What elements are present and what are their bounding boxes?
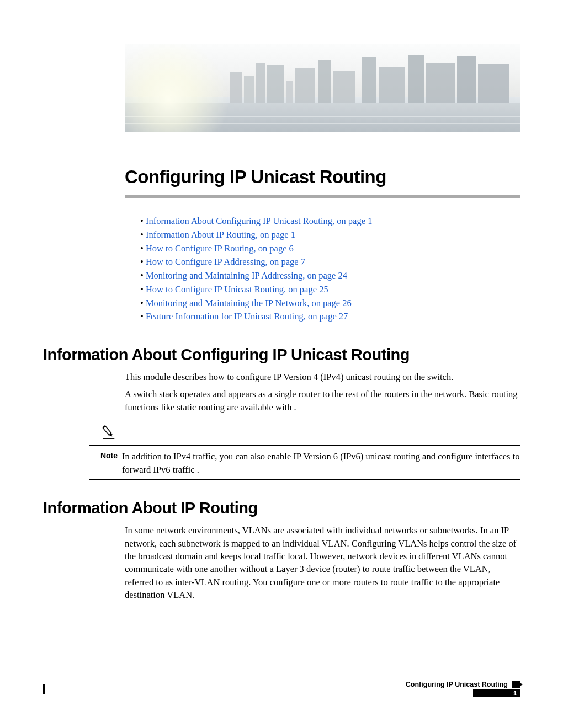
section-heading: Information About Configuring IP Unicast… (43, 346, 520, 364)
note-text: In addition to IPv4 traffic, you can als… (122, 450, 520, 476)
toc-link[interactable]: Monitoring and Maintaining IP Addressing… (146, 270, 347, 281)
note-divider (89, 445, 520, 446)
note-divider (89, 479, 520, 480)
footer-left-mark (43, 684, 45, 694)
paragraph: In some network environments, VLANs are … (125, 524, 520, 602)
section-body: In some network environments, VLANs are … (125, 524, 520, 602)
footer-page-number: 1 (513, 690, 517, 697)
footer-title: Configuring IP Unicast Routing (406, 681, 508, 688)
toc-link[interactable]: How to Configure IP Routing, on page 6 (146, 243, 294, 254)
chapter-title: Configuring IP Unicast Routing (125, 167, 520, 188)
section-body: This module describes how to configure I… (125, 371, 520, 414)
table-of-contents: Information About Configuring IP Unicast… (140, 215, 520, 324)
title-rule (125, 195, 520, 198)
chapter-banner-image (125, 44, 520, 132)
toc-link[interactable]: Information About IP Routing, on page 1 (146, 229, 295, 240)
note-label: Note (89, 450, 122, 460)
section-heading: Information About IP Routing (43, 499, 520, 517)
toc-link[interactable]: Monitoring and Maintaining the IP Networ… (146, 298, 352, 308)
page-footer: Configuring IP Unicast Routing 1 (43, 681, 520, 697)
note-block: Note In addition to IPv4 traffic, you ca… (89, 424, 520, 480)
note-icon (100, 424, 116, 440)
toc-link[interactable]: Information About Configuring IP Unicast… (146, 216, 372, 226)
paragraph: A switch stack operates and appears as a… (125, 388, 520, 414)
paragraph: This module describes how to configure I… (125, 371, 520, 383)
footer-page-bar: 1 (473, 689, 520, 697)
footer-marker-icon (512, 681, 520, 688)
toc-link[interactable]: How to Configure IP Unicast Routing, on … (146, 284, 328, 295)
toc-link[interactable]: How to Configure IP Addressing, on page … (146, 256, 305, 267)
toc-link[interactable]: Feature Information for IP Unicast Routi… (146, 311, 348, 322)
